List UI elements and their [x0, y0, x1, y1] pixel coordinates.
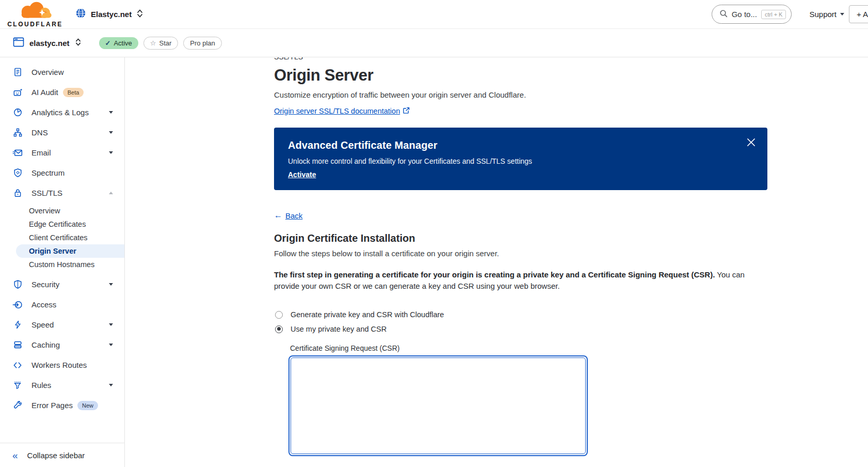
document-icon	[12, 67, 23, 77]
back-link[interactable]: ← Back	[274, 211, 302, 220]
sidebar-item-rules[interactable]: Rules	[0, 375, 124, 395]
sidebar-item-analytics-logs[interactable]: Analytics & Logs	[0, 102, 124, 122]
chevron-up-down-icon	[136, 9, 143, 20]
sidebar-item-email[interactable]: Email	[0, 143, 124, 163]
robot-icon	[12, 87, 23, 98]
csr-option-group: Generate private key and CSR with Cloudf…	[274, 310, 868, 333]
cloudflare-cloud-icon	[13, 1, 57, 23]
star-icon: ☆	[150, 39, 156, 47]
sidebar-item-ai-audit[interactable]: AI Audit Beta	[0, 82, 124, 102]
section-subtitle: Follow the steps below to install a cert…	[274, 249, 868, 258]
network-tree-icon	[12, 128, 23, 138]
sidebar-item-security[interactable]: Security	[0, 274, 124, 294]
plan-badge[interactable]: Pro plan	[183, 37, 221, 50]
sidebar-subitem-origin-server[interactable]: Origin Server	[16, 244, 124, 258]
status-badge: ✓ Active	[99, 37, 138, 49]
search-icon	[719, 9, 728, 20]
documentation-link[interactable]: Origin server SSL/TLS documentation	[274, 107, 410, 115]
activate-link[interactable]: Activate	[288, 170, 316, 179]
zone-bar: elastyc.net ✓ Active ☆ Star Pro plan	[0, 29, 868, 57]
chevron-up-icon	[109, 192, 113, 194]
account-switcher[interactable]: Elastyc.net	[75, 8, 143, 21]
sidebar: Overview AI Audit Beta	[0, 57, 125, 467]
chevron-down-icon	[109, 344, 113, 346]
sidebar-item-access[interactable]: Access	[0, 294, 124, 315]
radio-icon[interactable]	[275, 325, 283, 333]
chevron-down-icon	[109, 151, 113, 154]
search-placeholder: Go to...	[732, 10, 757, 19]
beta-badge: Beta	[63, 88, 84, 97]
shield-icon	[12, 279, 23, 290]
status-badge-label: Active	[114, 39, 132, 47]
sidebar-item-workers-routes[interactable]: Workers Routes	[0, 355, 124, 375]
sidebar-nav: Overview AI Audit Beta	[0, 57, 124, 415]
banner-title: Advanced Certificate Manager	[288, 139, 753, 151]
main-content: SSL/TLS Origin Server Customize encrypti…	[125, 57, 868, 467]
star-button[interactable]: ☆ Star	[143, 37, 179, 50]
csr-textarea[interactable]	[291, 357, 586, 454]
sidebar-item-ssl-tls[interactable]: SSL/TLS	[0, 183, 124, 203]
sidebar-subitem-custom-hostnames[interactable]: Custom Hostnames	[16, 258, 124, 271]
database-icon	[12, 340, 23, 350]
shield-gear-icon	[12, 168, 23, 178]
sidebar-subitem-client-certificates[interactable]: Client Certificates	[16, 231, 124, 244]
cloudflare-logo[interactable]: CLOUDFLARE	[8, 1, 62, 28]
sidebar-item-dns[interactable]: DNS	[0, 122, 124, 143]
zone-switcher-icon[interactable]	[75, 38, 82, 49]
shell: Overview AI Audit Beta	[0, 57, 868, 467]
sidebar-subitem-edge-certificates[interactable]: Edge Certificates	[16, 217, 124, 231]
funnel-icon	[12, 380, 23, 391]
sidebar-subitem-ssl-overview[interactable]: Overview	[16, 204, 124, 217]
globe-icon	[75, 8, 86, 21]
ssl-tls-subnav: Overview Edge Certificates Client Certif…	[0, 204, 124, 271]
wrench-icon	[12, 400, 23, 411]
cloudflare-dashboard: CLOUDFLARE Elastyc.net	[0, 0, 868, 467]
code-brackets-icon	[12, 360, 23, 370]
sidebar-item-caching[interactable]: Caching	[0, 335, 124, 355]
close-icon[interactable]	[745, 136, 757, 148]
account-name: Elastyc.net	[91, 10, 132, 19]
page-subtitle: Customize encryption of traffic between …	[274, 90, 868, 99]
radio-use-my-key-csr[interactable]: Use my private key and CSR	[275, 325, 868, 333]
cloudflare-logo-text: CLOUDFLARE	[7, 21, 63, 28]
acm-promo-banner: Advanced Certificate Manager Unlock more…	[274, 128, 767, 190]
check-icon: ✓	[105, 39, 111, 47]
plan-label: Pro plan	[190, 39, 215, 47]
section-title: Origin Certificate Installation	[274, 232, 868, 244]
chevron-down-icon	[109, 111, 113, 114]
double-chevron-left-icon: «	[12, 450, 18, 460]
pie-chart-icon	[12, 107, 23, 118]
collapse-sidebar-button[interactable]: « Collapse sidebar	[0, 443, 124, 467]
csr-field-label: Certificate Signing Request (CSR)	[290, 344, 868, 352]
breadcrumb: SSL/TLS	[274, 57, 868, 62]
top-header: CLOUDFLARE Elastyc.net	[0, 0, 868, 29]
chevron-down-icon	[840, 13, 844, 15]
new-badge: New	[77, 401, 98, 410]
sidebar-item-speed[interactable]: Speed	[0, 315, 124, 335]
banner-description: Unlock more control and flexibility for …	[288, 157, 753, 165]
chevron-down-icon	[109, 283, 113, 286]
add-button[interactable]: + A	[849, 5, 868, 23]
csr-field-focus-ring	[288, 355, 588, 456]
arrow-circle-icon	[12, 300, 23, 310]
radio-icon[interactable]	[275, 311, 283, 319]
arrow-left-icon: ←	[274, 211, 282, 220]
page-title: Origin Server	[274, 66, 868, 85]
sidebar-item-overview[interactable]: Overview	[0, 62, 124, 82]
sidebar-item-error-pages[interactable]: Error Pages New	[0, 395, 124, 415]
search-shortcut-kbd: ctrl + K	[761, 10, 786, 19]
global-search-input[interactable]: Go to... ctrl + K	[712, 5, 792, 24]
envelope-icon	[12, 148, 23, 158]
radio-generate-key-csr[interactable]: Generate private key and CSR with Cloudf…	[275, 310, 868, 319]
lock-icon	[12, 188, 23, 198]
support-label: Support	[809, 10, 837, 19]
chevron-down-icon	[109, 131, 113, 134]
external-link-icon	[403, 107, 410, 115]
lightning-icon	[12, 320, 23, 330]
star-label: Star	[159, 39, 172, 47]
chevron-down-icon	[109, 323, 113, 326]
sidebar-item-spectrum[interactable]: Spectrum	[0, 163, 124, 183]
browser-window-icon	[13, 37, 24, 49]
zone-name: elastyc.net	[29, 39, 70, 48]
support-menu[interactable]: Support	[809, 10, 844, 19]
